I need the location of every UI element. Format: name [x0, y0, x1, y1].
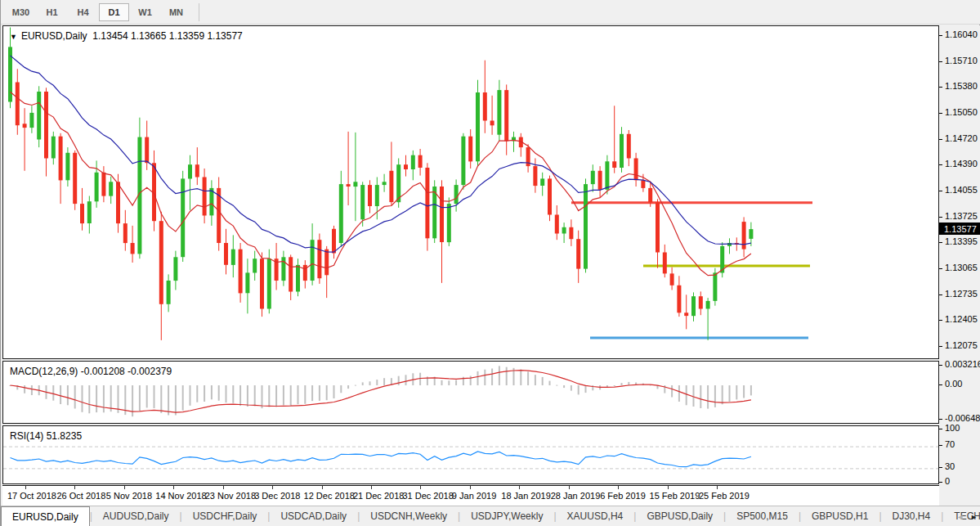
chart-tab-gbpusd[interactable]: GBPUSD,Daily [636, 506, 723, 526]
price-axis-label: 1.15050 [945, 107, 978, 117]
macd-histogram-bar [441, 380, 443, 385]
candle-body [203, 178, 207, 216]
candle-body [360, 185, 365, 219]
macd-histogram-bar [578, 385, 579, 394]
candle-body [749, 229, 753, 239]
rsi-indicator-panel[interactable]: RSI(14) 51.8235 [2, 425, 939, 484]
timeframe-button-d1[interactable]: D1 [99, 3, 129, 21]
macd-histogram-bar [160, 385, 162, 413]
tab-scroll-right-icon[interactable]: ► [970, 513, 978, 521]
macd-histogram-bar [542, 377, 544, 385]
chart-tab-sp500[interactable]: SP500,M15 [726, 506, 799, 526]
candle-body [454, 185, 459, 204]
candle-body [706, 301, 710, 309]
timeframe-button-h4[interactable]: H4 [68, 3, 98, 21]
date-tick [569, 486, 570, 489]
macd-histogram-bar [290, 385, 292, 406]
macd-histogram-bar [304, 385, 306, 404]
date-tick [519, 486, 520, 489]
candle-body [51, 137, 56, 159]
chart-dropdown-icon[interactable]: ▼ [10, 33, 17, 41]
candle-body [584, 184, 588, 269]
rsi-axis-label-tick [939, 429, 942, 429]
macd-indicator-panel[interactable]: MACD(12,26,9) -0.001208 -0.002379 [2, 361, 939, 424]
macd-histogram-bar [74, 385, 76, 409]
timeframe-button-mn[interactable]: MN [161, 3, 191, 21]
rsi-axis-label-tick [939, 482, 942, 483]
macd-histogram-bar [700, 385, 701, 408]
candle-body [425, 168, 429, 238]
macd-histogram-bar [31, 385, 33, 395]
candle-body [383, 182, 387, 185]
chart-tab-usdcnh[interactable]: USDCNH,Weekly [360, 506, 458, 526]
macd-histogram-bar [383, 378, 385, 385]
tab-scroll-left-icon[interactable]: ◄ [956, 513, 964, 521]
chart-tab-xauusd[interactable]: XAUUSD,H4 [557, 506, 634, 526]
timeframe-button-m30[interactable]: M30 [6, 3, 36, 21]
candle-body [641, 180, 645, 188]
trading-platform-window: M30H1H4D1W1MN ▼EURUSD,Daily 1.13454 1.13… [0, 0, 980, 526]
date-label: 14 Nov 2018 [155, 491, 206, 501]
candle-body [540, 178, 544, 186]
chart-tab-usdcad[interactable]: USDCAD,Daily [270, 506, 357, 526]
price-axis-label-tick [939, 191, 942, 191]
candle-body [353, 182, 357, 187]
candle-body [324, 250, 329, 276]
candle-body [267, 259, 271, 308]
candle-body [16, 83, 20, 126]
candle-body [727, 243, 732, 246]
timeframe-button-h1[interactable]: H1 [37, 3, 67, 21]
macd-histogram-bar [556, 385, 557, 386]
chart-tab-usdjpy[interactable]: USDJPY,Weekly [460, 506, 553, 526]
candlestick-canvas[interactable] [3, 26, 938, 358]
price-axis-label: 1.12735 [945, 289, 978, 299]
price-axis-label: 1.14055 [945, 185, 978, 195]
macd-histogram-bar [369, 381, 371, 385]
date-tick [25, 486, 26, 489]
macd-histogram-bar [311, 385, 313, 401]
macd-histogram-bar [254, 385, 256, 406]
macd-histogram-bar [405, 375, 407, 385]
macd-histogram-bar [491, 369, 493, 386]
macd-histogram-bar [686, 385, 687, 405]
candle-body [239, 250, 243, 294]
candle-body [713, 272, 717, 301]
candle-body [44, 92, 48, 159]
macd-axis-label-tick [939, 384, 942, 385]
time-axis[interactable]: 17 Oct 201826 Oct 20185 Nov 201814 Nov 2… [2, 485, 939, 506]
macd-histogram-bar [693, 385, 695, 407]
macd-histogram-bar [376, 380, 378, 385]
chart-tab-dj30[interactable]: DJ30,H4 [882, 506, 942, 526]
timeframe-toolbar: M30H1H4D1W1MN [1, 0, 980, 25]
date-label: 28 Jan 2019 [551, 491, 601, 501]
candle-body [339, 184, 343, 243]
macd-histogram-bar [175, 385, 177, 416]
macd-histogram-bar [729, 385, 731, 402]
macd-histogram-bar [614, 385, 615, 386]
macd-histogram-bar [52, 385, 54, 401]
value-axis[interactable]: 1.160401.157101.153801.150501.147201.143… [939, 25, 980, 506]
date-label: 25 Feb 2019 [699, 491, 750, 501]
macd-histogram-bar [196, 385, 198, 402]
macd-axis-label-tick [939, 365, 942, 366]
date-label: 31 Dec 2018 [402, 491, 453, 501]
chart-tab-gbpusd[interactable]: GBPUSD,H1 [801, 506, 879, 526]
macd-histogram-bar [585, 385, 587, 393]
chart-tab-usdchf[interactable]: USDCHF,Daily [182, 506, 268, 526]
chart-tab-audusd[interactable]: AUDUSD,Daily [92, 506, 180, 526]
chart-tab-eurusd[interactable]: EURUSD,Daily [1, 506, 90, 526]
current-price-tag: 1.13577 [939, 223, 980, 235]
price-axis-label-tick [939, 139, 942, 140]
candle-body [145, 137, 149, 164]
macd-histogram-bar [204, 385, 205, 402]
candle-body [591, 171, 595, 184]
macd-histogram-bar [355, 385, 356, 386]
candle-body [440, 187, 444, 242]
candle-body [418, 155, 423, 168]
price-axis-label-tick [939, 35, 942, 36]
price-chart-panel[interactable]: ▼EURUSD,Daily 1.13454 1.13665 1.13359 1.… [2, 25, 939, 359]
macd-axis-label: 0.003216 [945, 359, 980, 369]
timeframe-button-w1[interactable]: W1 [130, 3, 160, 21]
candle-body [368, 185, 372, 206]
macd-histogram-bar [326, 385, 328, 400]
